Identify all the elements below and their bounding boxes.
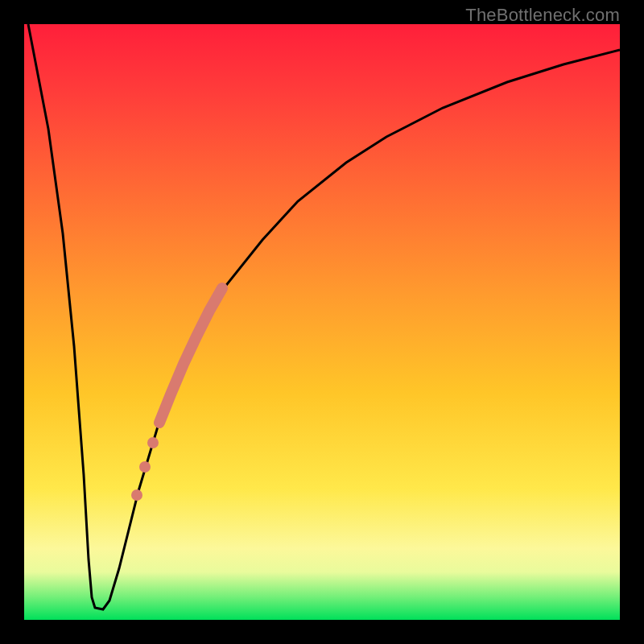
plot-area	[24, 24, 620, 620]
bottleneck-curve	[28, 24, 620, 609]
attribution-watermark: TheBottleneck.com	[465, 5, 620, 26]
highlighted-segment	[159, 288, 222, 423]
curve-layer	[24, 24, 620, 620]
chart-frame: TheBottleneck.com	[0, 0, 644, 644]
annotation-dot	[131, 489, 142, 501]
annotation-dot	[147, 437, 159, 448]
annotation-dot	[139, 461, 151, 473]
